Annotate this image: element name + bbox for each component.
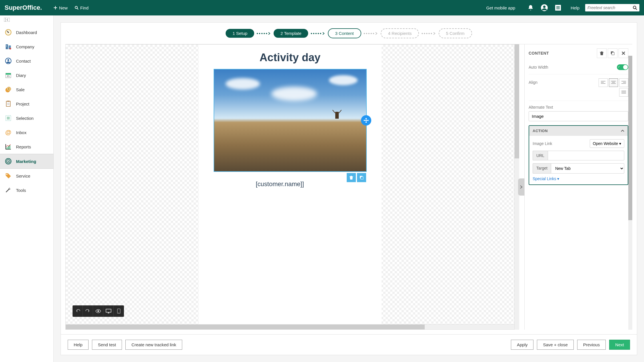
user-icon bbox=[541, 4, 548, 11]
app-logo: SuperOffice. bbox=[5, 4, 42, 11]
svg-point-2 bbox=[543, 5, 546, 8]
notifications-button[interactable] bbox=[527, 4, 535, 12]
plus-icon bbox=[53, 6, 57, 10]
mobile-app-link[interactable]: Get mobile app bbox=[486, 5, 515, 10]
search-input[interactable] bbox=[587, 5, 633, 10]
menu-button[interactable] bbox=[554, 4, 562, 12]
app-header: SuperOffice. New Find Get mobile app Hel… bbox=[0, 0, 644, 15]
bell-icon bbox=[527, 5, 534, 11]
search-box[interactable] bbox=[585, 4, 639, 11]
find-label: Find bbox=[80, 5, 89, 10]
user-button[interactable] bbox=[540, 4, 548, 12]
search-icon bbox=[633, 5, 637, 10]
help-link[interactable]: Help bbox=[571, 5, 579, 10]
new-label: New bbox=[59, 5, 68, 10]
search-icon bbox=[75, 6, 79, 10]
find-button[interactable]: Find bbox=[75, 5, 89, 10]
menu-icon bbox=[555, 4, 561, 11]
new-button[interactable]: New bbox=[53, 5, 68, 10]
svg-point-0 bbox=[75, 6, 77, 9]
svg-point-4 bbox=[633, 6, 636, 9]
